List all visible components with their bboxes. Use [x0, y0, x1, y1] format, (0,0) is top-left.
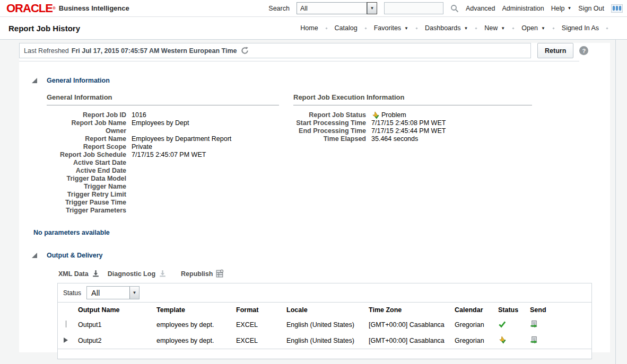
separator — [364, 27, 367, 29]
col-output-name: Output Name — [74, 303, 152, 317]
page-header: Report Job History Home Catalog Favorite… — [0, 17, 627, 40]
chevron-down-icon: ▼ — [501, 26, 505, 31]
send-icon[interactable] — [530, 320, 538, 328]
field-trigger-pause-time: Trigger Pause Time — [47, 199, 279, 207]
cell-calendar: Gregorian — [450, 317, 494, 333]
general-information-block: General Information Report Job ID1016 Re… — [47, 93, 279, 215]
xml-data-action[interactable]: XML Data — [58, 269, 100, 278]
cell-format: EXCEL — [232, 317, 282, 333]
field-time-elapsed: Time Elapsed35.464 seconds — [293, 135, 532, 143]
return-button[interactable]: Return — [537, 43, 573, 58]
success-icon — [498, 320, 506, 328]
refresh-icon[interactable] — [241, 47, 249, 55]
signed-in-as[interactable]: Signed In As — [560, 24, 601, 32]
cell-send[interactable] — [526, 333, 558, 349]
table-row[interactable]: Output2 employees by dept. EXCEL English… — [58, 333, 558, 349]
republish-icon[interactable] — [215, 269, 224, 278]
divider — [19, 61, 579, 61]
chevron-down-icon[interactable]: ▼ — [129, 287, 139, 299]
field-report-job-schedule: Report Job Schedule7/17/15 2:45:07 PM WE… — [47, 151, 279, 159]
nav-open[interactable]: Open▼ — [519, 24, 547, 32]
session-indicator-icon — [611, 4, 623, 13]
cell-locale: English (United States) — [282, 333, 364, 349]
field-trigger-retry-limit: Trigger Retry Limit — [47, 191, 279, 199]
last-refreshed-bar: Last Refreshed Fri Jul 17, 2015 07:45:57… — [19, 43, 531, 58]
help-icon[interactable]: ? — [579, 46, 588, 55]
expand-arrow-icon[interactable] — [64, 338, 68, 343]
table-row[interactable]: Output1 employees by dept. EXCEL English… — [58, 317, 558, 333]
cell-time-zone: [GMT+00:00] Casablanca — [364, 333, 450, 349]
last-refreshed-timestamp: Fri Jul 17, 2015 07:45:57 AM Western Eur… — [72, 47, 237, 55]
last-refreshed-label: Last Refreshed — [24, 47, 69, 55]
field-end-processing-time: End Processing Time7/17/15 2:45:44 PM WE… — [293, 127, 532, 135]
chevron-down-icon[interactable]: ▼ — [367, 3, 377, 14]
cell-send[interactable] — [526, 317, 558, 333]
send-icon[interactable] — [530, 336, 538, 344]
page-title: Report Job History — [8, 24, 80, 33]
search-icon[interactable] — [450, 4, 459, 13]
no-parameters-text: No parameters available — [33, 229, 610, 236]
search-input[interactable] — [384, 2, 443, 14]
separator — [552, 27, 554, 29]
administration-link[interactable]: Administration — [502, 5, 544, 12]
field-report-job-status: Report Job Status Problem — [293, 111, 532, 119]
cell-status — [494, 333, 526, 349]
field-report-job-id: Report Job ID1016 — [47, 111, 279, 119]
col-format: Format — [232, 303, 282, 317]
row-selector[interactable] — [58, 317, 74, 333]
cell-status — [494, 317, 526, 333]
registered-mark: ® — [53, 6, 55, 11]
chevron-down-icon: ▼ — [541, 26, 545, 31]
scrollbar-track[interactable] — [615, 40, 616, 364]
field-active-start-date: Active Start Date — [47, 159, 279, 167]
output-table: Output Name Template Format Locale Time … — [58, 303, 558, 349]
chevron-down-icon: ▼ — [567, 6, 571, 11]
cell-output-name: Output1 — [74, 317, 152, 333]
sign-out-link[interactable]: Sign Out — [578, 5, 604, 12]
collapse-triangle-icon[interactable] — [32, 78, 37, 83]
advanced-link[interactable]: Advanced — [466, 5, 495, 12]
search-scope-select[interactable]: All ▼ — [297, 2, 377, 14]
output-table-container: Status All ▼ Output Name Template Form — [57, 283, 592, 359]
nav-new[interactable]: New▼ — [482, 24, 507, 32]
status-filter-label: Status — [63, 289, 81, 297]
field-report-name: Report NameEmployees by Department Repor… — [47, 135, 279, 143]
chevron-down-icon: ▼ — [464, 26, 468, 31]
field-trigger-data-model: Trigger Data Model — [47, 175, 279, 183]
download-disabled-icon — [158, 269, 167, 278]
global-nav: Home Catalog Favorites▼ Dashboards▼ New▼… — [298, 24, 613, 32]
field-trigger-name: Trigger Name — [47, 183, 279, 191]
col-send: Send — [526, 303, 558, 317]
republish-action[interactable]: Republish — [181, 269, 224, 278]
nav-favorites[interactable]: Favorites▼ — [372, 24, 411, 32]
row-expander[interactable] — [58, 333, 74, 349]
problem-icon — [371, 111, 379, 119]
separator — [415, 27, 417, 29]
cell-template: employees by dept. — [152, 333, 232, 349]
col-template: Template — [152, 303, 232, 317]
general-information-subheader: General Information — [47, 93, 279, 105]
field-report-job-name: Report Job NameEmployees by Dept — [47, 119, 279, 127]
col-locale: Locale — [282, 303, 364, 317]
help-menu[interactable]: Help▼ — [551, 5, 572, 12]
search-label: Search — [268, 5, 290, 12]
nav-dashboards[interactable]: Dashboards▼ — [423, 24, 470, 32]
problem-icon — [498, 336, 506, 344]
execution-information-subheader: Report Job Execution Information — [293, 93, 532, 105]
status-filter-select[interactable]: All ▼ — [86, 286, 140, 299]
collapse-triangle-icon[interactable] — [32, 253, 37, 258]
general-information-section-header[interactable]: General Information — [32, 77, 610, 84]
download-icon[interactable] — [91, 269, 100, 278]
selection-indicator — [66, 321, 66, 327]
separator — [512, 27, 515, 29]
cell-format: EXCEL — [232, 333, 282, 349]
nav-catalog[interactable]: Catalog — [333, 24, 360, 32]
table-footer — [58, 349, 591, 359]
search-scope-value: All — [297, 3, 367, 14]
nav-home[interactable]: Home — [298, 24, 320, 32]
output-delivery-section-header[interactable]: Output & Delivery — [32, 252, 610, 259]
field-owner: Owner — [47, 127, 279, 135]
diagnostic-log-action[interactable]: Diagnostic Log — [108, 269, 167, 278]
global-header: ORACLE® Business Intelligence Search All… — [0, 0, 627, 17]
field-active-end-date: Active End Date — [47, 167, 279, 175]
